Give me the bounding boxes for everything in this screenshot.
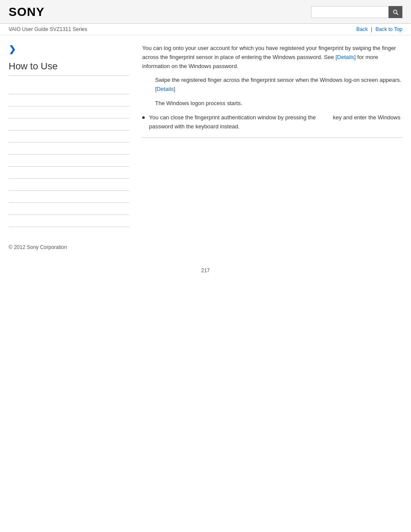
list-item[interactable]: [9, 82, 129, 94]
back-link[interactable]: Back: [356, 26, 368, 32]
back-to-top-link[interactable]: Back to Top: [376, 26, 402, 32]
nav-links: Back | Back to Top: [356, 26, 402, 32]
intro-paragraph: You can log onto your user account for w…: [142, 44, 402, 71]
sub-header: VAIO User Guide SVZ1311 Series Back | Ba…: [0, 24, 411, 35]
list-item[interactable]: [9, 131, 129, 143]
search-area: [311, 6, 402, 18]
sony-logo: SONY: [9, 5, 44, 19]
bullet-text-content: You can close the fingerprint authentica…: [149, 114, 316, 121]
paragraph1-continuation: information on the Windows password.: [142, 63, 238, 69]
header: SONY: [0, 0, 411, 24]
section-title: How to Use: [9, 61, 129, 76]
sidebar: ❯ How to Use: [9, 44, 138, 227]
list-item[interactable]: [9, 167, 129, 179]
list-item[interactable]: [9, 106, 129, 118]
list-item[interactable]: [9, 179, 129, 191]
list-item[interactable]: [9, 191, 129, 203]
content-divider: [142, 137, 402, 138]
page-number: 217: [0, 259, 411, 282]
search-input[interactable]: [311, 6, 389, 18]
indented-text-1: Swipe the registered finger across the f…: [155, 77, 402, 83]
search-icon: [392, 9, 399, 16]
content-wrapper: ❯ How to Use You can log onto your user …: [0, 35, 411, 236]
details-link-2[interactable]: [Details]: [155, 86, 175, 92]
chevron-icon: ❯: [9, 44, 129, 54]
indented-block: Swipe the registered finger across the f…: [155, 76, 402, 108]
bullet-item: You can close the fingerprint authentica…: [142, 113, 402, 131]
main-content: You can log onto your user account for w…: [138, 44, 402, 227]
copyright-text: © 2012 Sony Corporation: [9, 244, 67, 250]
details-link-1[interactable]: [Details]: [336, 54, 356, 60]
key-placeholder: [318, 114, 332, 121]
bullet-text: You can close the fingerprint authentica…: [149, 113, 402, 131]
indented-paragraph-2: The Windows logon process starts.: [155, 99, 402, 108]
paragraph1-suffix: for more: [357, 54, 378, 60]
search-button[interactable]: [389, 6, 402, 18]
list-item[interactable]: [9, 143, 129, 155]
nav-separator: |: [371, 26, 372, 32]
list-item[interactable]: [9, 94, 129, 106]
indented-paragraph-1: Swipe the registered finger across the f…: [155, 76, 402, 94]
footer: © 2012 Sony Corporation: [0, 236, 411, 259]
list-item[interactable]: [9, 215, 129, 227]
bullet-dot: [142, 116, 145, 119]
bullet-section: You can close the fingerprint authentica…: [142, 113, 402, 131]
sidebar-nav-list: [9, 82, 129, 227]
guide-title: VAIO User Guide SVZ1311 Series: [9, 26, 87, 32]
list-item[interactable]: [9, 155, 129, 167]
list-item[interactable]: [9, 203, 129, 215]
list-item[interactable]: [9, 118, 129, 131]
